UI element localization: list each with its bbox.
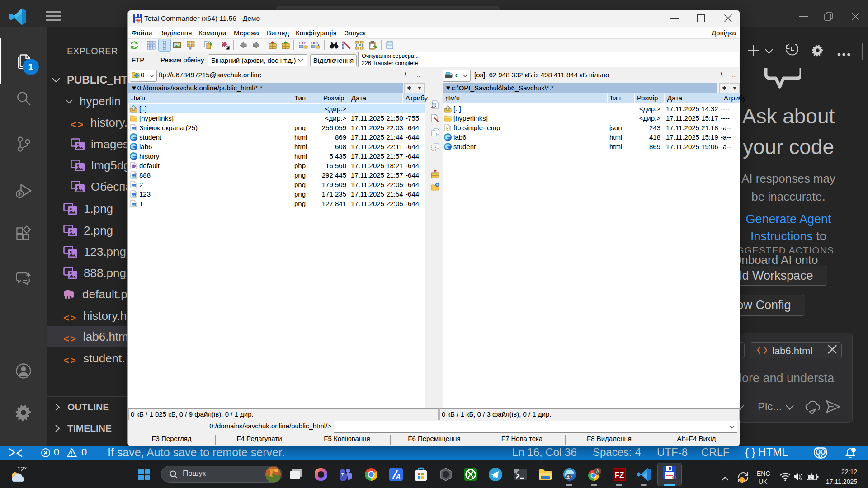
svg-text:A: A bbox=[396, 473, 401, 480]
svg-text:FTP: FTP bbox=[299, 41, 307, 45]
svg-text:FZ: FZ bbox=[615, 471, 624, 479]
svg-text:A: A bbox=[596, 469, 599, 474]
svg-text:T: T bbox=[341, 472, 344, 477]
svg-text:64: 64 bbox=[137, 20, 141, 23]
svg-text:64: 64 bbox=[672, 476, 676, 479]
svg-text:URL: URL bbox=[311, 41, 319, 45]
